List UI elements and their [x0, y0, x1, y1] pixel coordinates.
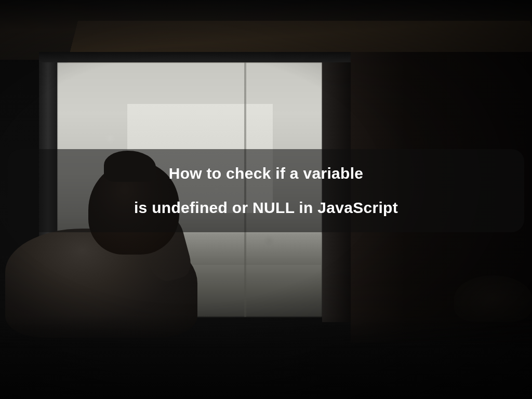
bottom-shadow	[0, 316, 532, 399]
title-line-2: is undefined or NULL in JavaScript	[134, 199, 398, 217]
window-frame-top	[39, 52, 351, 62]
title-line-1: How to check if a variable	[169, 165, 364, 182]
title-overlay: How to check if a variable is undefined …	[8, 149, 524, 232]
foreground-object	[454, 275, 532, 322]
background-scene: How to check if a variable is undefined …	[0, 0, 532, 399]
